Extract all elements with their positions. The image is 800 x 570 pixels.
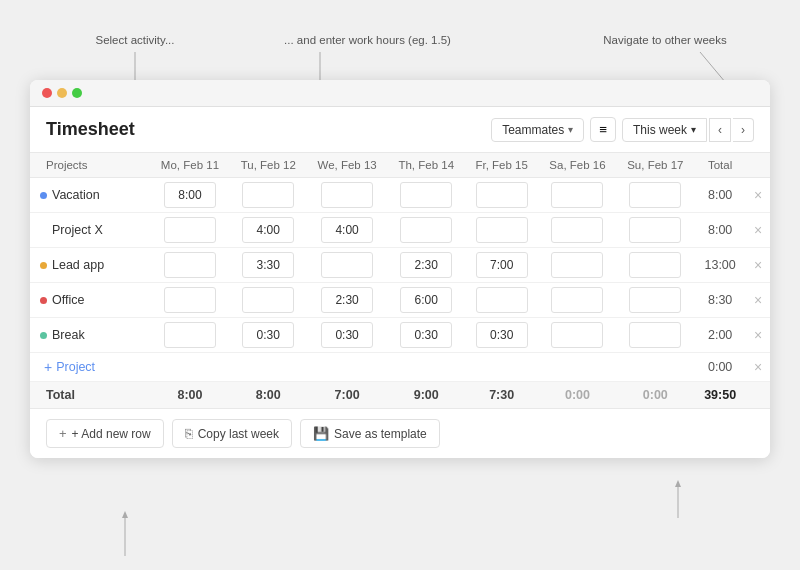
time-cell[interactable]: [230, 178, 307, 213]
time-cell[interactable]: [616, 318, 694, 353]
time-cell[interactable]: [307, 213, 388, 248]
time-input[interactable]: [400, 287, 452, 313]
time-cell[interactable]: [388, 213, 465, 248]
time-cell[interactable]: [230, 283, 307, 318]
time-cell[interactable]: [388, 318, 465, 353]
time-input[interactable]: [321, 252, 373, 278]
delete-row-button[interactable]: ×: [752, 221, 764, 239]
teammates-button[interactable]: Teammates ▾: [491, 118, 584, 142]
time-input[interactable]: [551, 322, 603, 348]
time-cell[interactable]: [388, 248, 465, 283]
add-new-row-button[interactable]: + + Add new row: [46, 419, 164, 448]
time-input[interactable]: [321, 217, 373, 243]
time-cell[interactable]: [150, 283, 230, 318]
time-input[interactable]: [629, 287, 681, 313]
time-input[interactable]: [164, 287, 216, 313]
time-input[interactable]: [476, 252, 528, 278]
total-day-value: 8:00: [150, 382, 230, 409]
time-cell[interactable]: [539, 178, 617, 213]
time-input[interactable]: [629, 217, 681, 243]
time-cell[interactable]: [616, 178, 694, 213]
time-cell[interactable]: [539, 283, 617, 318]
time-cell[interactable]: [465, 283, 539, 318]
next-week-button[interactable]: ›: [733, 118, 754, 142]
time-cell[interactable]: [307, 248, 388, 283]
week-label: This week: [633, 123, 687, 137]
time-cell[interactable]: [150, 248, 230, 283]
delete-row-button[interactable]: ×: [752, 256, 764, 274]
time-cell[interactable]: [307, 318, 388, 353]
time-input[interactable]: [164, 182, 216, 208]
delete-row-button[interactable]: ×: [752, 186, 764, 204]
table-row: Lead app13:00×: [30, 248, 770, 283]
title-bar: [30, 80, 770, 107]
time-cell[interactable]: [616, 213, 694, 248]
time-input[interactable]: [164, 322, 216, 348]
time-input[interactable]: [321, 322, 373, 348]
time-input[interactable]: [242, 287, 294, 313]
time-cell[interactable]: [539, 213, 617, 248]
row-total: 8:00: [694, 178, 746, 213]
add-project-cell[interactable]: +Project: [30, 353, 150, 382]
time-cell[interactable]: [388, 178, 465, 213]
time-cell[interactable]: [465, 213, 539, 248]
time-input[interactable]: [321, 182, 373, 208]
time-input[interactable]: [242, 217, 294, 243]
col-thu: Th, Feb 14: [388, 153, 465, 178]
time-input[interactable]: [242, 252, 294, 278]
add-project-row: +Project0:00×: [30, 353, 770, 382]
time-cell[interactable]: [307, 283, 388, 318]
list-view-button[interactable]: ≡: [590, 117, 616, 142]
time-input[interactable]: [321, 287, 373, 313]
time-input[interactable]: [242, 182, 294, 208]
time-input[interactable]: [400, 322, 452, 348]
time-cell[interactable]: [465, 178, 539, 213]
time-cell[interactable]: [150, 318, 230, 353]
time-cell[interactable]: [150, 178, 230, 213]
empty-add-cell: [465, 353, 539, 382]
time-cell[interactable]: [465, 318, 539, 353]
time-input[interactable]: [629, 252, 681, 278]
col-tue: Tu, Feb 12: [230, 153, 307, 178]
add-row-delete-button[interactable]: ×: [752, 358, 764, 376]
delete-row-button[interactable]: ×: [752, 326, 764, 344]
time-cell[interactable]: [230, 213, 307, 248]
time-input[interactable]: [400, 252, 452, 278]
time-input[interactable]: [551, 217, 603, 243]
time-input[interactable]: [551, 287, 603, 313]
total-day-value: 9:00: [388, 382, 465, 409]
time-input[interactable]: [164, 217, 216, 243]
time-cell[interactable]: [230, 248, 307, 283]
time-input[interactable]: [629, 322, 681, 348]
time-input[interactable]: [551, 252, 603, 278]
time-cell[interactable]: [539, 248, 617, 283]
delete-cell: ×: [746, 283, 770, 318]
time-cell[interactable]: [616, 248, 694, 283]
project-name-cell: Break: [30, 318, 150, 353]
time-input[interactable]: [476, 217, 528, 243]
time-cell[interactable]: [616, 283, 694, 318]
time-cell[interactable]: [230, 318, 307, 353]
project-color-dot: [40, 262, 47, 269]
time-input[interactable]: [400, 182, 452, 208]
add-project-link[interactable]: +Project: [34, 359, 146, 375]
time-input[interactable]: [476, 322, 528, 348]
time-input[interactable]: [629, 182, 681, 208]
time-input[interactable]: [400, 217, 452, 243]
prev-week-button[interactable]: ‹: [709, 118, 731, 142]
this-week-button[interactable]: This week ▾: [622, 118, 707, 142]
save-as-template-button[interactable]: 💾 Save as template: [300, 419, 440, 448]
time-cell[interactable]: [150, 213, 230, 248]
time-cell[interactable]: [539, 318, 617, 353]
time-input[interactable]: [551, 182, 603, 208]
copy-last-week-button[interactable]: ⎘ Copy last week: [172, 419, 292, 448]
time-cell[interactable]: [388, 283, 465, 318]
delete-row-button[interactable]: ×: [752, 291, 764, 309]
time-input[interactable]: [476, 182, 528, 208]
time-input[interactable]: [164, 252, 216, 278]
time-cell[interactable]: [465, 248, 539, 283]
time-input[interactable]: [476, 287, 528, 313]
time-input[interactable]: [242, 322, 294, 348]
time-cell[interactable]: [307, 178, 388, 213]
delete-cell: ×: [746, 318, 770, 353]
